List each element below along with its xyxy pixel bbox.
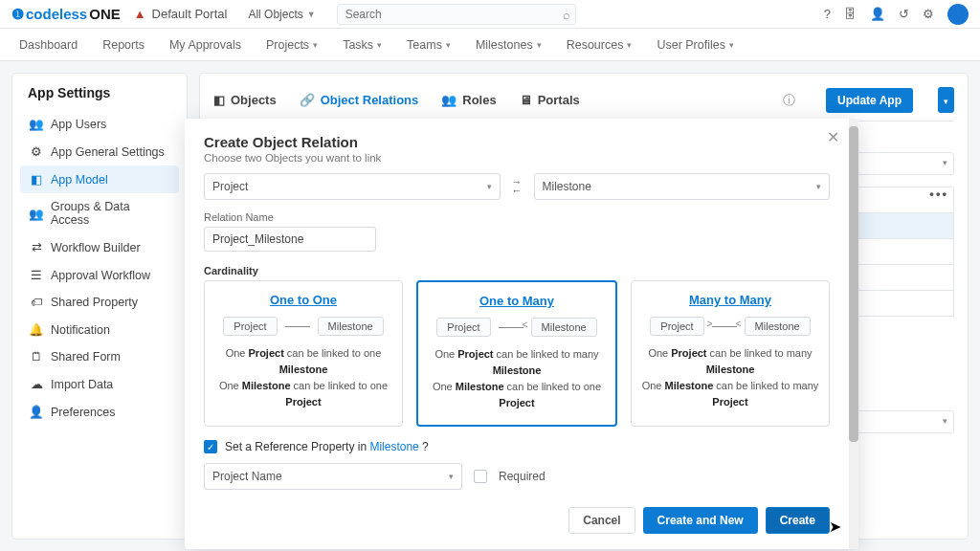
card-many-to-many[interactable]: Many to Many ProjectMilestone One Projec… [631, 280, 830, 427]
card-line1: One Project can be linked to many Milest… [428, 346, 606, 379]
reference-label: Set a Reference Property in Milestone ? [225, 440, 429, 453]
relation-visual: ProjectMilestone [428, 318, 606, 337]
create-button[interactable]: Create [766, 507, 830, 534]
reference-link[interactable]: Milestone [369, 440, 418, 453]
card-title: Many to Many [641, 293, 819, 307]
create-and-new-button[interactable]: Create and New [643, 507, 758, 534]
relation-visual: ProjectMilestone [214, 317, 392, 336]
modal-title: Create Object Relation [204, 134, 830, 150]
reference-checkbox[interactable]: ✓ [204, 440, 217, 453]
swap-icon[interactable]: →← [512, 178, 523, 195]
close-icon[interactable]: ✕ [827, 128, 839, 146]
modal-scrollbar[interactable] [849, 119, 858, 549]
reference-property-dropdown[interactable]: Project Name▾ [204, 463, 462, 490]
create-relation-modal: ✕ Create Object Relation Choose two Obje… [185, 119, 858, 549]
card-line1: One Project can be linked to many Milest… [641, 345, 819, 378]
modal-subtitle: Choose two Objects you want to link [204, 152, 830, 164]
card-one-to-many[interactable]: One to Many ProjectMilestone One Project… [416, 280, 617, 427]
card-line2: One Milestone can be linked to many Proj… [641, 378, 819, 410]
card-line1: One Project can be linked to one Milesto… [214, 345, 392, 378]
card-line2: One Milestone can be linked to one Proje… [214, 378, 392, 410]
relation-name-input[interactable] [204, 227, 376, 252]
card-title: One to One [214, 293, 392, 307]
cancel-button[interactable]: Cancel [568, 507, 635, 534]
card-one-to-one[interactable]: One to One ProjectMilestone One Project … [204, 280, 403, 427]
modal-overlay: ✕ Create Object Relation Choose two Obje… [0, 0, 980, 551]
card-title: One to Many [428, 294, 606, 308]
relation-visual: ProjectMilestone [641, 317, 819, 336]
object-b-dropdown[interactable]: Milestone▾ [534, 173, 831, 200]
cardinality-label: Cardinality [204, 265, 830, 276]
cursor-icon: ➤ [829, 518, 841, 536]
relation-name-label: Relation Name [204, 211, 830, 223]
reference-property-row: ✓ Set a Reference Property in Milestone … [204, 440, 830, 453]
card-line2: One Milestone can be linked to one Proje… [428, 379, 606, 411]
object-a-dropdown[interactable]: Project▾ [204, 173, 501, 200]
required-checkbox[interactable] [474, 470, 487, 483]
required-label: Required [499, 470, 546, 483]
